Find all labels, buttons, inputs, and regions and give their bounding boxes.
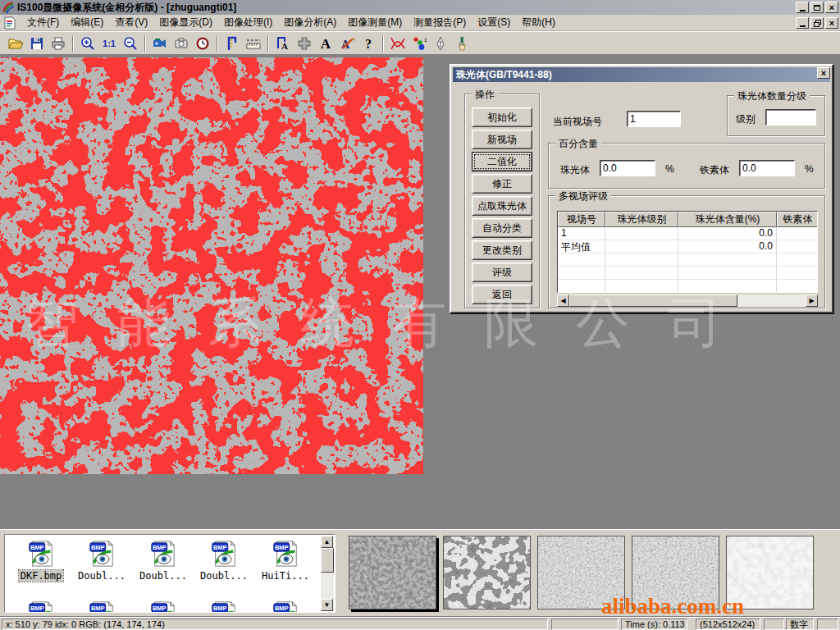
file-item[interactable]	[256, 599, 315, 613]
scroll-right-arrow[interactable]: ▶	[806, 294, 818, 307]
file-item[interactable]: HuiTi...	[256, 538, 315, 582]
table-row[interactable]: 平均值 0.0	[558, 240, 817, 253]
bmp-file-icon	[272, 538, 299, 569]
menu-bar: 文件(F) 编辑(E) 查看(V) 图像显示(D) 图像处理(I) 图像分析(A…	[0, 15, 840, 31]
grid-cross-icon	[296, 35, 313, 52]
measure-label-button[interactable]: A	[272, 34, 294, 53]
col-ferrite: 铁素体	[777, 212, 818, 227]
file-item[interactable]	[72, 599, 131, 613]
menu-report[interactable]: 测量报告(P)	[408, 14, 472, 31]
file-name: HuiTi...	[260, 570, 311, 582]
binarize-button[interactable]: 二值化	[472, 152, 532, 171]
pearlite-percent-input[interactable]	[600, 160, 655, 176]
auto-classify-button[interactable]: 自动分类	[472, 218, 532, 238]
print-icon	[50, 35, 66, 52]
camera-capture-button[interactable]	[171, 34, 192, 53]
thumbnail-5[interactable]	[726, 536, 814, 609]
file-item[interactable]	[194, 599, 253, 613]
multiview-table[interactable]: 视场号 珠光体级别 珠光体含量(%) 铁素体 1 0.0 平均值	[557, 211, 818, 293]
open-button[interactable]	[5, 34, 26, 53]
scroll-thumb[interactable]	[569, 294, 737, 307]
menu-file[interactable]: 文件(F)	[21, 14, 65, 31]
menu-image-measure[interactable]: 图像测量(M)	[342, 14, 408, 31]
grid-cross-button[interactable]	[294, 34, 315, 53]
pick-pearlite-button[interactable]: 点取珠光体	[472, 196, 532, 216]
correct-button[interactable]: 修正	[472, 174, 532, 194]
change-class-button[interactable]: 更改类别	[472, 240, 532, 260]
scroll-left-arrow[interactable]: ◀	[557, 294, 569, 307]
open-icon	[7, 35, 24, 52]
file-item[interactable]: DKF.bmp	[11, 538, 71, 582]
annotate-icon: A	[339, 35, 355, 52]
bmp-file-icon	[149, 599, 177, 613]
cursor-position-field: x: 510 y: 79 idx: 0 RGB: (174, 174, 174)	[2, 619, 548, 630]
file-list-scrollbar[interactable]: ▲ ▼	[321, 536, 334, 611]
mdi-restore-button[interactable]	[810, 17, 824, 29]
table-header: 视场号 珠光体级别 珠光体含量(%) 铁素体	[558, 212, 817, 227]
return-button[interactable]: 返回	[472, 285, 532, 304]
mdi-minimize-button[interactable]	[796, 17, 809, 29]
spline-curves-icon	[389, 35, 407, 52]
new-view-button[interactable]: 新视场	[472, 130, 532, 149]
scroll-down-arrow[interactable]: ▼	[321, 599, 333, 611]
timer-button[interactable]	[192, 34, 213, 53]
thumbnail-2[interactable]	[443, 536, 531, 609]
brush-button[interactable]	[451, 34, 472, 53]
close-button[interactable]: ×	[825, 2, 838, 13]
current-view-input[interactable]	[627, 111, 681, 127]
minimize-button[interactable]	[796, 2, 809, 13]
color-particles-icon: 3	[411, 35, 427, 52]
print-button[interactable]	[48, 34, 69, 53]
menu-image-process[interactable]: 图像处理(I)	[218, 14, 278, 31]
metallograph-image[interactable]	[0, 57, 423, 474]
dialog-title-bar[interactable]: 珠光体(GB/T9441-88)	[453, 67, 830, 82]
menu-image-display[interactable]: 图像显示(D)	[153, 14, 218, 31]
zoom-in-button[interactable]	[77, 34, 98, 53]
pen-button[interactable]	[430, 34, 451, 53]
menu-help[interactable]: 帮助(H)	[516, 14, 561, 31]
menu-settings[interactable]: 设置(S)	[472, 14, 516, 31]
col-view: 视场号	[558, 212, 605, 227]
annotate-button[interactable]: A	[336, 34, 358, 53]
time-field: Time (s): 0.113	[621, 619, 687, 630]
clock-icon	[194, 35, 211, 52]
mdi-close-button[interactable]: ×	[825, 17, 838, 29]
table-hscrollbar[interactable]: ◀ ▶	[557, 294, 818, 307]
ruler-button[interactable]	[243, 34, 264, 53]
grade-button[interactable]: 评级	[472, 262, 532, 282]
actual-size-button[interactable]: 1:1	[98, 34, 120, 53]
save-button[interactable]	[26, 34, 48, 53]
ferrite-percent-input[interactable]	[739, 160, 795, 176]
svg-text:3: 3	[424, 38, 427, 43]
zoom-in-icon	[80, 35, 96, 52]
thumbnail-4[interactable]	[632, 536, 719, 609]
text-button[interactable]: A	[315, 34, 336, 53]
toolbar-separator	[382, 35, 384, 52]
save-icon	[29, 35, 45, 52]
caliper-button[interactable]	[221, 34, 243, 53]
file-item[interactable]: Doubl...	[134, 538, 193, 582]
maximize-button[interactable]	[810, 2, 824, 13]
help-button[interactable]: ?	[358, 34, 379, 53]
thumbnail-3[interactable]	[537, 536, 625, 609]
level-input[interactable]	[765, 109, 816, 126]
camera-icon	[173, 35, 189, 52]
table-row[interactable]: 1 0.0	[558, 227, 817, 240]
menu-image-analysis[interactable]: 图像分析(A)	[278, 14, 342, 31]
phase-particles-button[interactable]: 3	[409, 34, 430, 53]
pearlite-dialog: 珠光体(GB/T9441-88) × 操作 初始化 新视场 二值化 修正 点取珠…	[450, 64, 833, 313]
menu-edit[interactable]: 编辑(E)	[65, 14, 109, 31]
menu-view[interactable]: 查看(V)	[109, 14, 153, 31]
file-item[interactable]	[134, 599, 193, 613]
file-item[interactable]: Doubl...	[72, 538, 131, 582]
zoom-out-button[interactable]	[120, 34, 141, 53]
video-capture-button[interactable]	[149, 34, 171, 53]
scroll-up-arrow[interactable]: ▲	[321, 536, 333, 548]
dialog-close-button[interactable]: ×	[817, 67, 830, 79]
initialize-button[interactable]: 初始化	[472, 107, 532, 127]
file-item[interactable]: Doubl...	[194, 538, 253, 582]
thumbnail-1[interactable]	[349, 536, 436, 609]
file-item[interactable]	[11, 599, 71, 613]
scroll-thumb[interactable]	[321, 548, 334, 573]
spline-measure-button[interactable]	[387, 34, 409, 53]
